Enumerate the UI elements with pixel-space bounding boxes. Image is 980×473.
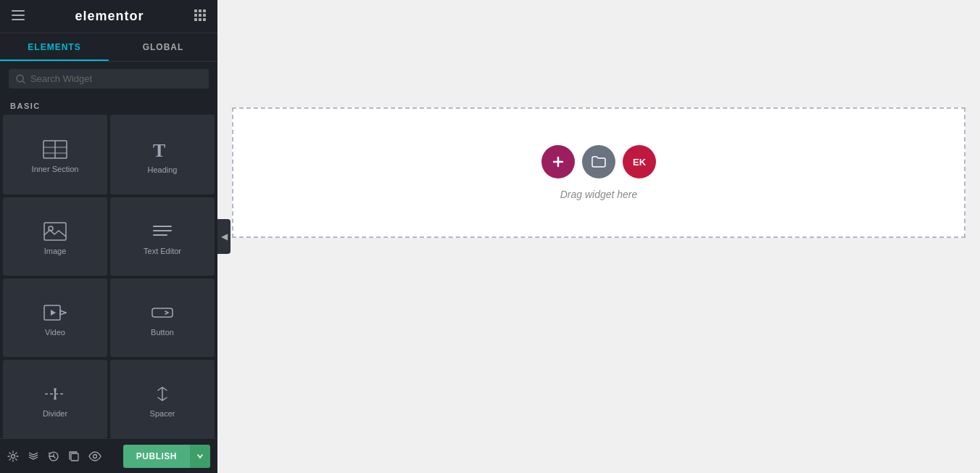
section-label-basic: BASIC <box>0 96 217 115</box>
svg-rect-33 <box>71 453 78 461</box>
layers-icon[interactable] <box>28 451 39 462</box>
video-icon <box>43 303 67 322</box>
drop-text: Drag widget here <box>560 189 638 200</box>
svg-rect-27 <box>152 308 173 317</box>
svg-line-32 <box>54 456 55 458</box>
drop-zone: EK Drag widget here <box>232 107 966 238</box>
search-input[interactable] <box>30 73 202 84</box>
eye-icon[interactable] <box>88 451 101 461</box>
svg-rect-5 <box>203 9 206 12</box>
svg-marker-26 <box>51 310 56 316</box>
divider-icon <box>43 384 67 403</box>
gear-icon[interactable] <box>7 451 19 462</box>
svg-rect-2 <box>12 19 25 20</box>
svg-point-30 <box>12 454 15 458</box>
widget-spacer[interactable]: Spacer <box>110 360 215 438</box>
svg-rect-0 <box>12 10 25 12</box>
svg-rect-9 <box>194 18 197 21</box>
svg-rect-4 <box>199 9 202 12</box>
tab-elements[interactable]: ELEMENTS <box>0 33 109 61</box>
widget-inner-section-label: Inner Section <box>32 165 79 173</box>
widget-image[interactable]: Image <box>3 197 107 276</box>
svg-marker-25 <box>60 310 66 315</box>
publish-button[interactable]: PUBLISH <box>123 445 210 468</box>
svg-rect-11 <box>203 18 206 21</box>
search-icon <box>16 74 25 84</box>
svg-line-13 <box>22 81 25 83</box>
sidebar-tabs: ELEMENTS GLOBAL <box>0 33 217 62</box>
widget-image-label: Image <box>44 247 67 255</box>
widget-divider-label: Divider <box>43 409 67 418</box>
publish-main-btn[interactable]: PUBLISH <box>123 445 190 468</box>
canvas: ◀ EK Drag widget here <box>217 0 980 473</box>
widget-grid: Inner Section T Heading Image <box>0 115 217 438</box>
widget-spacer-label: Spacer <box>150 409 175 418</box>
widget-divider[interactable]: Divider <box>3 360 107 438</box>
sidebar: elementor ELEMENTS GLOBAL <box>0 0 217 473</box>
svg-rect-8 <box>203 14 206 17</box>
apps-icon[interactable] <box>194 9 206 24</box>
svg-rect-10 <box>199 18 202 21</box>
widget-video-label: Video <box>45 328 65 337</box>
widget-video[interactable]: Video <box>3 279 107 357</box>
sidebar-header: elementor <box>0 0 217 33</box>
svg-text:T: T <box>153 140 165 160</box>
image-icon <box>43 222 67 241</box>
ek-button[interactable]: EK <box>623 145 656 178</box>
collapse-handle[interactable]: ◀ <box>217 219 231 254</box>
button-icon <box>151 303 174 322</box>
drop-zone-buttons: EK <box>541 145 656 178</box>
inner-section-icon <box>43 140 67 159</box>
collapse-icon: ◀ <box>221 231 228 242</box>
widget-text-editor-label: Text Editor <box>144 247 181 255</box>
widget-heading[interactable]: T Heading <box>110 115 215 194</box>
svg-point-34 <box>94 454 97 458</box>
spacer-icon <box>151 384 174 403</box>
hamburger-icon[interactable] <box>12 10 25 23</box>
sidebar-bottom: PUBLISH <box>0 438 217 473</box>
svg-rect-7 <box>199 14 202 17</box>
tab-global[interactable]: GLOBAL <box>109 33 217 61</box>
text-editor-icon <box>151 222 174 241</box>
svg-rect-6 <box>194 14 197 17</box>
widget-button[interactable]: Button <box>110 279 215 357</box>
widget-text-editor[interactable]: Text Editor <box>110 197 215 276</box>
search-wrap <box>9 69 209 89</box>
svg-rect-3 <box>194 9 197 12</box>
widget-inner-section[interactable]: Inner Section <box>3 115 107 194</box>
publish-arrow-btn[interactable] <box>190 445 210 468</box>
template-button[interactable] <box>582 145 615 178</box>
logo: elementor <box>75 9 144 24</box>
widget-button-label: Button <box>151 328 174 337</box>
add-section-button[interactable] <box>541 145 575 178</box>
duplicate-icon[interactable] <box>68 451 80 462</box>
widget-heading-label: Heading <box>148 165 178 174</box>
history-icon[interactable] <box>48 451 59 462</box>
sidebar-search <box>0 62 217 96</box>
heading-icon: T <box>151 139 173 160</box>
svg-rect-19 <box>44 223 66 240</box>
ek-label: EK <box>633 157 646 168</box>
svg-rect-1 <box>12 15 25 16</box>
